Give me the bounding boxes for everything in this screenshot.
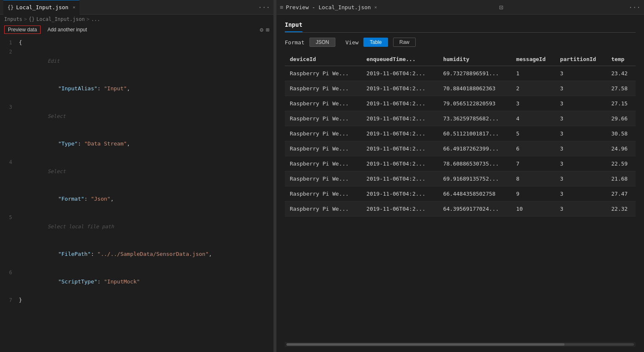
breadcrumb: Inputs > {} Local_Input.json > ... [0, 15, 273, 24]
table-cell: 64.39569177024... [438, 202, 511, 217]
table-cell: 2019-11-06T04:2... [361, 96, 438, 111]
code-line-3b: "Type": "Data Stream", [0, 130, 273, 158]
table-row: Raspberry Pi We...2019-11-06T04:2...73.3… [285, 111, 636, 126]
right-tab-more-icon[interactable]: ··· [629, 3, 641, 11]
code-line-2: 2 Edit [0, 47, 273, 75]
scrollbar-thumb[interactable] [286, 343, 565, 346]
code-editor[interactable]: 1 { 2 Edit "InputAlias": "Input", 3 Sele… [0, 36, 273, 352]
table-cell: 69.73278896591... [438, 66, 511, 81]
layout-icon[interactable]: ⊡ [499, 3, 503, 11]
code-content-3: Select [19, 102, 273, 130]
left-tab-bar: {} Local_Input.json × ··· [0, 0, 273, 15]
table-cell: 6 [511, 141, 555, 156]
table-cell: 2019-11-06T04:2... [361, 141, 438, 156]
col-header-temp: temp [606, 53, 636, 66]
raw-view-button[interactable]: Raw [393, 38, 416, 47]
hint-3: Select [48, 113, 66, 119]
table-cell: Raspberry Pi We... [285, 171, 361, 186]
table-cell: 2019-11-06T04:2... [361, 66, 438, 81]
data-table: deviceId enqueuedTime... humidity messag… [285, 53, 636, 217]
toolbar-settings-icon[interactable]: ⚙ [260, 26, 263, 33]
line-num-2: 2 [0, 47, 19, 56]
table-cell: 70.8840188062363 [438, 81, 511, 96]
hint-4: Select [48, 168, 66, 174]
add-input-button[interactable]: Add another input [46, 26, 89, 33]
right-panel: ≡ Preview - Local_Input.json × ⊡ ··· Inp… [276, 0, 644, 352]
breadcrumb-sep2: > [87, 16, 89, 22]
col-header-deviceid: deviceId [285, 53, 361, 66]
table-cell: Raspberry Pi We... [285, 202, 361, 217]
table-cell: Raspberry Pi We... [285, 186, 361, 202]
table-cell: Raspberry Pi We... [285, 141, 361, 156]
left-tab-item[interactable]: {} Local_Input.json × [3, 0, 79, 15]
toolbar-split-icon[interactable]: ⊞ [266, 26, 269, 33]
table-cell: 66.49187262399... [438, 141, 511, 156]
table-cell: 29.66 [606, 111, 636, 126]
breadcrumb-sep1: > [24, 16, 27, 22]
code-content-2: Edit [19, 47, 273, 75]
col-header-enqueuedtime: enqueuedTime... [361, 53, 438, 66]
breadcrumb-icon: {} [29, 16, 35, 22]
left-toolbar: Preview data Add another input ⚙ ⊞ [0, 24, 273, 36]
table-cell: 1 [511, 66, 555, 81]
table-cell: 21.68 [606, 171, 636, 186]
table-row: Raspberry Pi We...2019-11-06T04:2...64.3… [285, 202, 636, 217]
data-table-container[interactable]: deviceId enqueuedTime... humidity messag… [285, 53, 636, 342]
table-cell: Raspberry Pi We... [285, 81, 361, 96]
table-cell: Raspberry Pi We... [285, 96, 361, 111]
table-row: Raspberry Pi We...2019-11-06T04:2...66.4… [285, 186, 636, 202]
table-cell: 9 [511, 186, 555, 202]
code-line-5b: "FilePath": "../../SampleData/SensorData… [0, 240, 273, 268]
table-row: Raspberry Pi We...2019-11-06T04:2...60.5… [285, 126, 636, 141]
table-view-button[interactable]: Table [363, 38, 388, 47]
input-tab[interactable]: Input [285, 20, 302, 32]
left-tab-more-icon[interactable]: ··· [258, 3, 270, 11]
line-num-3: 3 [0, 102, 19, 112]
code-line-4: 4 Select [0, 158, 273, 185]
format-view-row: Format JSON View Table Raw [285, 38, 636, 47]
left-panel: {} Local_Input.json × ··· Inputs > {} Lo… [0, 0, 274, 352]
table-body: Raspberry Pi We...2019-11-06T04:2...69.7… [285, 66, 636, 217]
left-tab-label: Local_Input.json [16, 4, 68, 10]
table-cell: 3 [511, 96, 555, 111]
table-row: Raspberry Pi We...2019-11-06T04:2...78.6… [285, 156, 636, 171]
preview-data-button[interactable]: Preview data [4, 26, 41, 34]
breadcrumb-inputs[interactable]: Inputs [4, 16, 22, 22]
breadcrumb-dots[interactable]: ... [91, 16, 100, 22]
table-row: Raspberry Pi We...2019-11-06T04:2...69.7… [285, 66, 636, 81]
table-cell: 27.58 [606, 81, 636, 96]
line-num-1: 1 [0, 38, 19, 47]
code-line-6: 6 "ScriptType": "InputMock" [0, 268, 273, 296]
scrollbar-track [286, 343, 634, 346]
line-num-4: 4 [0, 158, 19, 167]
right-tab-close[interactable]: × [374, 5, 377, 10]
right-tab-file-icon: ≡ [280, 4, 283, 10]
table-cell: 3 [555, 186, 606, 202]
table-cell: 3 [555, 141, 606, 156]
table-cell: 8 [511, 171, 555, 186]
code-line-1: 1 { [0, 38, 273, 47]
code-content-6: "ScriptType": "InputMock" [19, 268, 273, 296]
table-cell: 23.42 [606, 66, 636, 81]
table-cell: 22.32 [606, 202, 636, 217]
json-format-button[interactable]: JSON [309, 38, 335, 47]
col-header-messageid: messageId [511, 53, 555, 66]
table-cell: 3 [555, 202, 606, 217]
table-row: Raspberry Pi We...2019-11-06T04:2...79.0… [285, 96, 636, 111]
table-cell: 2019-11-06T04:2... [361, 111, 438, 126]
input-tab-area: Input [285, 20, 636, 33]
table-row: Raspberry Pi We...2019-11-06T04:2...66.4… [285, 141, 636, 156]
code-line-3: 3 Select [0, 102, 273, 130]
table-cell: 78.60886530735... [438, 156, 511, 171]
table-cell: 4 [511, 111, 555, 126]
left-tab-close[interactable]: × [73, 5, 76, 10]
toolbar-right-icons: ⚙ ⊞ [260, 26, 269, 33]
table-cell: 3 [555, 96, 606, 111]
preview-content: Input Format JSON View Table Raw deviceI… [276, 15, 644, 352]
breadcrumb-file[interactable]: Local_Input.json [36, 16, 85, 22]
table-cell: 2019-11-06T04:2... [361, 171, 438, 186]
table-cell: 60.51121001817... [438, 126, 511, 141]
line-num-6: 6 [0, 268, 19, 277]
table-cell: 79.0565122820593 [438, 96, 511, 111]
horizontal-scrollbar[interactable] [285, 342, 636, 347]
